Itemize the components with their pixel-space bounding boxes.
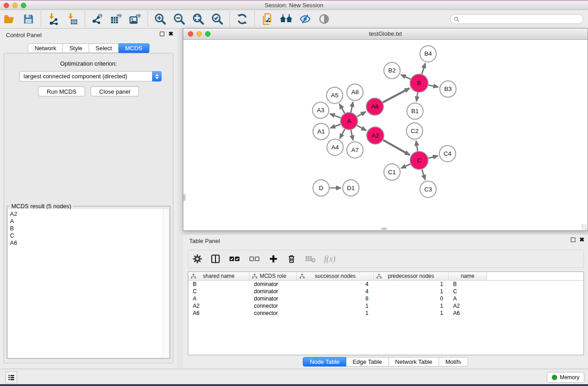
- graph-node-A2[interactable]: A2: [367, 127, 384, 144]
- graph-edge-C-C2[interactable]: [416, 141, 417, 151]
- table-cell[interactable]: A6: [449, 310, 487, 317]
- graph-node-B2[interactable]: B2: [384, 62, 400, 79]
- settings-gear-icon[interactable]: [192, 254, 202, 264]
- result-item[interactable]: B: [10, 225, 169, 232]
- result-item[interactable]: A6: [10, 239, 169, 247]
- home-icon[interactable]: [279, 12, 293, 26]
- column-header-shared-name[interactable]: shared name: [188, 272, 249, 280]
- show-graphics-details-icon[interactable]: [317, 12, 331, 26]
- graph-node-A7[interactable]: A7: [347, 142, 363, 158]
- table-cell[interactable]: connector: [249, 310, 297, 317]
- close-panel-icon[interactable]: ✖: [168, 31, 173, 37]
- table-cell[interactable]: 4: [297, 288, 374, 295]
- graph-node-D[interactable]: D: [313, 180, 329, 196]
- column-header-MCDS-role[interactable]: MCDS role: [249, 272, 297, 280]
- column-header-successor-nodes[interactable]: successor nodes: [297, 272, 374, 280]
- table-cell[interactable]: A: [449, 295, 487, 302]
- table-cell[interactable]: B: [449, 281, 487, 288]
- tab-motifs[interactable]: Motifs: [439, 357, 468, 367]
- deselect-all-icon[interactable]: [249, 254, 260, 263]
- column-header-predecessor-nodes[interactable]: predecessor nodes: [374, 272, 449, 280]
- export-image-icon[interactable]: [129, 12, 142, 26]
- graph-node-A1[interactable]: A1: [313, 124, 329, 140]
- export-network-icon[interactable]: [91, 12, 104, 26]
- network-window-titlebar[interactable]: testGlobe.txt: [183, 29, 588, 40]
- mcds-result-list[interactable]: A2ABCA6: [8, 209, 169, 357]
- graph-node-A8[interactable]: A8: [347, 84, 363, 100]
- node-table[interactable]: shared nameMCDS rolesuccessor nodesprede…: [188, 272, 584, 355]
- network-graph[interactable]: B4B2BB3B1A5A8A3A6AA1A2A4A7C2CC4C1C3DD1: [183, 40, 588, 230]
- table-cell[interactable]: A6: [188, 310, 249, 317]
- graph-edge-A-A5[interactable]: [339, 104, 344, 113]
- table-cell[interactable]: B: [188, 281, 249, 288]
- table-cell[interactable]: 0: [374, 295, 449, 302]
- close-panel-button[interactable]: Close panel: [91, 86, 139, 96]
- table-row[interactable]: A6connector11A6: [188, 310, 583, 317]
- tab-style[interactable]: Style: [63, 43, 89, 53]
- graph-edge-C-C1[interactable]: [401, 164, 410, 168]
- graph-edge-A-A1[interactable]: [330, 124, 341, 128]
- network-canvas[interactable]: B4B2BB3B1A5A8A3A6AA1A2A4A7C2CC4C1C3DD1: [183, 40, 588, 230]
- graph-node-C2[interactable]: C2: [406, 123, 423, 139]
- graph-edge-B-B1[interactable]: [416, 93, 418, 101]
- graph-node-C3[interactable]: C3: [420, 181, 436, 197]
- dropdown-stepper-icon[interactable]: [152, 71, 162, 81]
- table-cell[interactable]: A2: [449, 302, 487, 310]
- tab-select[interactable]: Select: [89, 43, 119, 53]
- clone-network-icon[interactable]: [260, 12, 274, 26]
- graph-edge-A-A3[interactable]: [330, 114, 341, 118]
- graph-edge-A-A2[interactable]: [357, 125, 366, 130]
- criterion-dropdown[interactable]: largest connected component (directed): [19, 71, 162, 81]
- session-titlebar[interactable]: Session: New Session: [0, 1, 588, 10]
- graph-edge-A-A8[interactable]: [351, 102, 353, 112]
- open-file-icon[interactable]: [3, 12, 16, 26]
- graph-node-D1[interactable]: D1: [343, 180, 359, 196]
- delete-column-icon[interactable]: [287, 254, 296, 264]
- table-cell[interactable]: 1: [297, 310, 374, 317]
- import-network-icon[interactable]: [47, 12, 60, 26]
- table-cell[interactable]: dominator: [249, 288, 297, 295]
- table-row[interactable]: Adominator80A: [188, 295, 583, 302]
- tab-mcds[interactable]: MCDS: [119, 43, 149, 53]
- graph-edge-A6-B[interactable]: [383, 88, 410, 102]
- close-table-panel-icon[interactable]: ✖: [579, 237, 584, 243]
- table-cell[interactable]: 4: [297, 281, 374, 288]
- graph-edge-A-A4[interactable]: [340, 129, 345, 138]
- result-item[interactable]: C: [10, 232, 169, 239]
- search-input[interactable]: [459, 15, 583, 23]
- graph-edge-A-A7[interactable]: [351, 130, 353, 140]
- graph-edge-C-C4[interactable]: [428, 156, 438, 158]
- graph-node-B4[interactable]: B4: [420, 46, 436, 62]
- resize-grip[interactable]: [582, 224, 587, 230]
- graph-node-A4[interactable]: A4: [327, 139, 343, 155]
- table-cell[interactable]: 8: [297, 295, 374, 302]
- zoom-selected-icon[interactable]: [210, 12, 224, 26]
- table-row[interactable]: Bdominator41B: [188, 281, 583, 288]
- column-header-name[interactable]: name: [449, 272, 487, 280]
- show-panel-list-button[interactable]: [5, 372, 17, 383]
- table-cell[interactable]: connector: [249, 302, 297, 310]
- zoom-fit-icon[interactable]: [191, 12, 205, 26]
- table-cell[interactable]: 1: [374, 288, 449, 295]
- result-item[interactable]: A2: [10, 210, 169, 218]
- memory-button[interactable]: Memory: [547, 372, 584, 383]
- graph-node-B1[interactable]: B1: [407, 103, 423, 119]
- table-cell[interactable]: C: [188, 288, 249, 295]
- table-cell[interactable]: 1: [374, 302, 449, 310]
- table-cell[interactable]: C: [449, 288, 487, 295]
- export-table-icon[interactable]: [110, 12, 123, 26]
- tab-network[interactable]: Network: [28, 43, 63, 53]
- graph-node-B3[interactable]: B3: [440, 81, 456, 97]
- graph-node-C4[interactable]: C4: [440, 145, 456, 162]
- float-table-panel-icon[interactable]: [571, 238, 575, 242]
- table-cell[interactable]: 1: [297, 302, 374, 310]
- refresh-icon[interactable]: [235, 12, 249, 26]
- graph-node-A[interactable]: A: [340, 113, 358, 130]
- table-cell[interactable]: dominator: [249, 295, 297, 302]
- split-columns-icon[interactable]: [210, 254, 220, 264]
- graph-node-B[interactable]: B: [410, 74, 428, 92]
- vertical-scroll-thumb[interactable]: [183, 194, 186, 201]
- result-item[interactable]: A: [10, 218, 169, 225]
- add-column-icon[interactable]: [268, 254, 278, 264]
- tab-node-table[interactable]: Node Table: [303, 357, 346, 367]
